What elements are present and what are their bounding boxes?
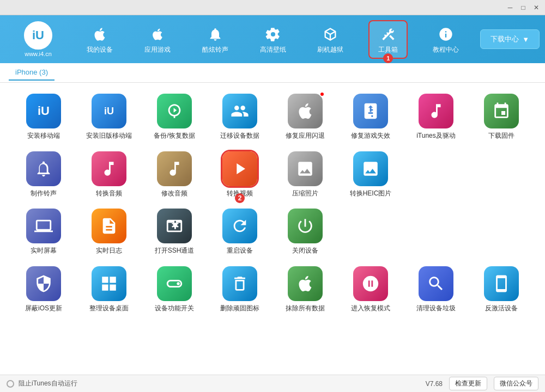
gear-icon — [263, 24, 283, 44]
tool-itunes[interactable]: iTunes及驱动 — [409, 94, 463, 140]
itunes-icon — [419, 94, 453, 128]
convert-video-badge: 2 — [235, 193, 245, 203]
block-update-label: 屏蔽iOS更新 — [25, 304, 62, 313]
title-bar: ─ □ ✕ — [0, 0, 545, 15]
tool-row-4: 屏蔽iOS更新 整理设备桌面 设备功能开关 删除顽固图标 — [16, 266, 529, 313]
logo-icon: iU — [24, 21, 52, 50]
nav-item-jailbreak[interactable]: 刷机越狱 — [311, 21, 350, 58]
close-button[interactable]: ✕ — [532, 3, 541, 12]
tool-migrate[interactable]: 迁移设备数据 — [213, 94, 267, 140]
anti-revoke-icon — [484, 266, 519, 301]
block-update-icon — [26, 266, 61, 301]
maximize-button[interactable]: □ — [519, 3, 528, 12]
anti-revoke-label: 反激活设备 — [485, 304, 518, 313]
real-screen-icon — [26, 209, 61, 243]
tool-real-screen[interactable]: 实时屏幕 — [16, 209, 71, 255]
backup-label: 备份/恢复数据 — [154, 132, 195, 140]
convert-audio-label: 转换音频 — [96, 189, 122, 198]
wechat-button[interactable]: 微信公众号 — [494, 377, 538, 390]
convert-video-icon — [222, 151, 257, 186]
version-label: V7.68 — [426, 380, 443, 388]
tool-make-ringtone[interactable]: 制作铃声 — [16, 151, 71, 198]
toggle-label: 设备功能开关 — [155, 304, 194, 313]
nav-item-my-device[interactable]: 我的设备 — [80, 21, 119, 58]
tool-clean[interactable]: 清理设备垃圾 — [409, 266, 463, 313]
tool-convert-audio[interactable]: 转换音频 — [82, 151, 136, 198]
tab-iphone-label: iPhone (3) — [15, 68, 48, 76]
firmware-label: 下载固件 — [488, 132, 514, 140]
convert-heic-label: 转换HEIC图片 — [350, 189, 392, 198]
fix-app-icon — [288, 94, 323, 128]
logo-area: iU www.i4.cn — [5, 21, 71, 57]
status-left: 阻止iTunes自动运行 — [7, 379, 77, 388]
tool-wipe[interactable]: 抹除所有数据 — [278, 266, 332, 313]
status-right: V7.68 检查更新 微信公众号 — [426, 377, 538, 390]
apps-icon — [148, 24, 167, 44]
tool-organize[interactable]: 整理设备桌面 — [82, 266, 136, 313]
nav-label-jailbreak: 刷机越狱 — [317, 45, 343, 54]
make-ringtone-label: 制作铃声 — [31, 189, 57, 198]
tool-recovery[interactable]: 进入恢复模式 — [343, 266, 398, 313]
tool-anti-revoke[interactable]: 反激活设备 — [474, 266, 529, 313]
nav-item-ringtones[interactable]: 酷炫铃声 — [196, 21, 235, 58]
recovery-icon — [353, 266, 388, 301]
nav-item-toolbox[interactable]: 工具箱 1 — [368, 20, 408, 59]
itunes-status-icon — [7, 380, 14, 388]
firmware-icon — [484, 94, 519, 128]
ssh-icon — [157, 209, 192, 243]
tool-fix-game[interactable]: 修复游戏失效 — [343, 94, 398, 140]
edit-audio-icon — [157, 151, 192, 186]
tool-convert-heic[interactable]: 转换HEIC图片 — [343, 151, 398, 198]
tool-fix-app-crash[interactable]: 修复应用闪退 — [278, 94, 332, 140]
edit-audio-label: 修改音频 — [161, 189, 187, 198]
nav-item-apps-games[interactable]: 应用游戏 — [138, 21, 177, 58]
compress-photo-label: 压缩照片 — [292, 189, 318, 198]
info-icon — [436, 24, 456, 44]
box-icon — [320, 24, 340, 44]
tool-real-log[interactable]: 实时日志 — [82, 209, 136, 255]
check-update-button[interactable]: 检查更新 — [449, 377, 487, 390]
download-center-button[interactable]: 下载中心 ▼ — [480, 29, 540, 49]
minimize-button[interactable]: ─ — [506, 3, 514, 12]
download-label: 下载中心 — [491, 34, 519, 44]
status-bar: 阻止iTunes自动运行 V7.68 检查更新 微信公众号 — [0, 375, 545, 392]
organize-icon — [92, 266, 126, 301]
convert-heic-icon — [353, 151, 388, 186]
tool-ssh[interactable]: 打开SSH通道 — [147, 209, 202, 255]
fix-app-badge — [319, 91, 325, 97]
tool-edit-audio[interactable]: 修改音频 — [147, 151, 202, 198]
wipe-label: 抹除所有数据 — [286, 304, 325, 313]
tool-firmware[interactable]: 下载固件 — [474, 94, 529, 140]
tab-iphone[interactable]: iPhone (3) — [9, 65, 55, 81]
tool-row-3: 实时屏幕 实时日志 打开SSH通道 重启设备 关 — [16, 209, 529, 255]
nav-label-my-device: 我的设备 — [87, 45, 113, 54]
shutdown-icon — [288, 209, 323, 243]
fix-app-label: 修复应用闪退 — [286, 132, 325, 140]
tool-toggle[interactable]: 设备功能开关 — [147, 266, 202, 313]
compress-photo-icon — [288, 151, 323, 186]
nav-item-tutorials[interactable]: 教程中心 — [426, 21, 465, 58]
tool-delete-icon[interactable]: 删除顽固图标 — [213, 266, 267, 313]
tool-install-old[interactable]: iU 安装旧版移动端 — [82, 94, 136, 140]
tool-shutdown[interactable]: 关闭设备 — [278, 209, 332, 255]
install-app-icon: iU — [26, 94, 61, 128]
restart-label: 重启设备 — [227, 247, 253, 255]
convert-audio-icon — [92, 151, 126, 186]
delete-icon-label: 删除顽固图标 — [220, 304, 259, 313]
main-content: iU 安装移动端 iU 安装旧版移动端 备份/恢复数据 迁移设备数据 — [0, 83, 545, 375]
tool-row-1: iU 安装移动端 iU 安装旧版移动端 备份/恢复数据 迁移设备数据 — [16, 94, 529, 140]
apple-icon — [90, 24, 110, 44]
real-log-icon — [92, 209, 126, 243]
tool-restart[interactable]: 重启设备 — [213, 209, 267, 255]
tool-block-update[interactable]: 屏蔽iOS更新 — [16, 266, 71, 313]
stop-itunes-label: 阻止iTunes自动运行 — [19, 379, 77, 388]
tool-install-app[interactable]: iU 安装移动端 — [16, 94, 71, 140]
make-ringtone-icon — [26, 151, 61, 186]
tool-backup[interactable]: 备份/恢复数据 — [147, 94, 202, 140]
nav-item-wallpapers[interactable]: 高清壁纸 — [253, 21, 293, 58]
tool-compress-photo[interactable]: 压缩照片 — [278, 151, 332, 198]
nav-items: 我的设备 应用游戏 酷炫铃声 高清壁纸 刷机越狱 — [71, 20, 475, 59]
nav-label-apps-games: 应用游戏 — [144, 45, 171, 54]
tool-convert-video[interactable]: 转换视频 2 — [213, 151, 267, 198]
delete-icon-icon — [222, 266, 257, 301]
